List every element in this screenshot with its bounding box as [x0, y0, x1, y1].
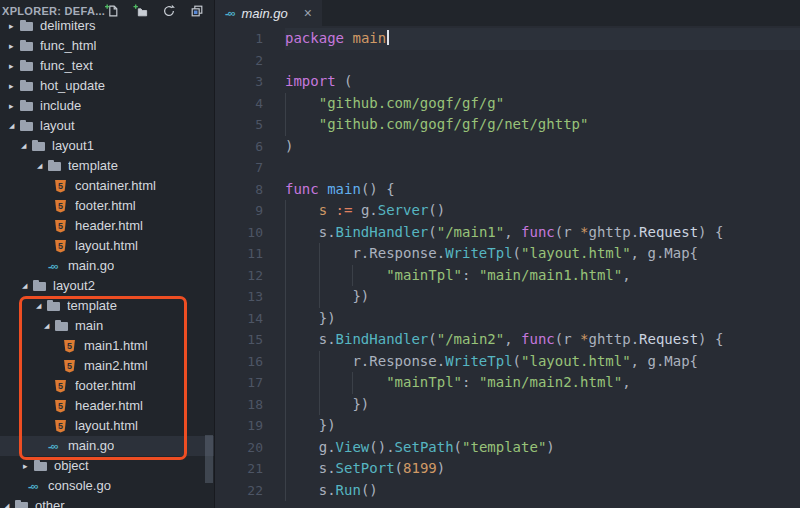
code-line[interactable]: 11 r.Response.WriteTpl("layout.html", g.…	[215, 243, 800, 265]
tree-item-object[interactable]: ▸object	[0, 456, 214, 476]
chevron-collapsed-icon[interactable]: ▸	[9, 96, 20, 116]
tree-item-func_html[interactable]: ▸func_html	[0, 36, 214, 56]
indent-guide	[352, 372, 353, 394]
indent-guide	[285, 93, 286, 115]
tree-item-main-go[interactable]: -∞main.go	[0, 436, 214, 456]
folder-icon	[55, 316, 73, 336]
new-folder-icon[interactable]	[133, 4, 148, 18]
chevron-expanded-icon[interactable]: ◢	[21, 136, 32, 156]
code-line[interactable]: 12 "mainTpl": "main/main1.html",	[215, 265, 800, 287]
code-line[interactable]: 2	[215, 50, 800, 72]
chevron-collapsed-icon[interactable]: ▸	[9, 56, 20, 76]
chevron-expanded-icon[interactable]: ◢	[9, 116, 20, 136]
chevron-expanded-icon[interactable]: ◢	[44, 316, 55, 336]
tree-item-main[interactable]: ◢main	[0, 316, 214, 336]
folder-icon	[34, 456, 52, 476]
code-line[interactable]: 13 })	[215, 286, 800, 308]
tree-item-footer-html[interactable]: 5footer.html	[0, 196, 214, 216]
code-line[interactable]: 17 "mainTpl": "main/main2.html",	[215, 372, 800, 394]
tree-item-footer-html[interactable]: 5footer.html	[0, 376, 214, 396]
tree-item-other[interactable]: ◢other	[0, 496, 214, 508]
tree-item-header-html[interactable]: 5header.html	[0, 396, 214, 416]
close-icon[interactable]: ×	[304, 6, 312, 20]
tree-item-main1-html[interactable]: 5main1.html	[0, 336, 214, 356]
explorer-header: XPLORER: DEFA...	[0, 0, 214, 20]
indent-guide	[352, 265, 353, 287]
tree-item-main2-html[interactable]: 5main2.html	[0, 356, 214, 376]
tree-item-container-html[interactable]: 5container.html	[0, 176, 214, 196]
indent-guide	[285, 265, 286, 287]
code-line[interactable]: 21 s.SetPort(8199)	[215, 458, 800, 480]
chevron-expanded-icon[interactable]: ◢	[4, 496, 15, 508]
code-line[interactable]: 10 s.BindHandler("/main1", func(r *ghttp…	[215, 222, 800, 244]
tree-item-template[interactable]: ◢template	[0, 296, 214, 316]
indent-guide	[285, 351, 286, 373]
code-line[interactable]: 3import (	[215, 71, 800, 93]
code-text: })	[285, 394, 800, 416]
tree-item-include[interactable]: ▸include	[0, 96, 214, 116]
tree-item-header-html[interactable]: 5header.html	[0, 216, 214, 236]
go-icon: -∞	[48, 436, 66, 456]
tree-item-label: footer.html	[75, 376, 136, 396]
new-file-icon[interactable]	[105, 4, 119, 18]
code-text: "mainTpl": "main/main1.html",	[285, 265, 800, 287]
tab-title: main.go	[242, 6, 288, 21]
tree-item-layout[interactable]: ◢layout	[0, 116, 214, 136]
code-line[interactable]: 6)	[215, 136, 800, 158]
tree-item-label: footer.html	[75, 196, 136, 216]
tree-item-layout2[interactable]: ◢layout2	[0, 276, 214, 296]
tree-item-main-go[interactable]: -∞main.go	[0, 256, 214, 276]
html-icon: 5	[64, 360, 75, 373]
tree-item-label: main.go	[68, 436, 114, 456]
refresh-icon[interactable]	[162, 4, 176, 18]
indent-guide	[319, 286, 320, 308]
code-line[interactable]: 18 })	[215, 394, 800, 416]
html-icon: 5	[64, 340, 75, 353]
line-number: 14	[215, 308, 285, 330]
html-icon: 5	[55, 380, 66, 393]
code-line[interactable]: 9 s := g.Server()	[215, 200, 800, 222]
code-text: import (	[285, 71, 800, 93]
tree-item-layout-html[interactable]: 5layout.html	[0, 416, 214, 436]
tree-item-hot_update[interactable]: ▸hot_update	[0, 76, 214, 96]
tree-item-layout-html[interactable]: 5layout.html	[0, 236, 214, 256]
code-line[interactable]: 8func main() {	[215, 179, 800, 201]
indent-guide	[285, 222, 286, 244]
tree-item-label: main.go	[68, 256, 114, 276]
folder-icon	[20, 36, 38, 56]
code-line[interactable]: 15 s.BindHandler("/main2", func(r *ghttp…	[215, 329, 800, 351]
chevron-collapsed-icon[interactable]: ▸	[9, 36, 20, 56]
code-line[interactable]: 19 })	[215, 415, 800, 437]
line-number: 10	[215, 222, 285, 244]
html-icon: 5	[55, 240, 66, 253]
code-line[interactable]: 5 "github.com/gogf/gf/g/net/ghttp"	[215, 114, 800, 136]
code-text: func main() {	[285, 179, 800, 201]
code-line[interactable]: 16 r.Response.WriteTpl("layout.html", g.…	[215, 351, 800, 373]
chevron-expanded-icon[interactable]: ◢	[22, 276, 33, 296]
chevron-collapsed-icon[interactable]: ▸	[23, 456, 34, 476]
folder-icon	[20, 116, 38, 136]
chevron-expanded-icon[interactable]: ◢	[37, 156, 48, 176]
sidebar-scrollbar-thumb[interactable]	[205, 435, 213, 483]
code-line[interactable]: 14 })	[215, 308, 800, 330]
tree-item-func_text[interactable]: ▸func_text	[0, 56, 214, 76]
tab-main-go[interactable]: -∞ main.go ×	[215, 0, 322, 26]
line-number: 19	[215, 415, 285, 437]
code-line[interactable]: 4 "github.com/gogf/gf/g"	[215, 93, 800, 115]
collapse-folders-icon[interactable]	[190, 4, 204, 18]
tree-item-console-go[interactable]: -∞console.go	[0, 476, 214, 496]
code-line[interactable]: 22 s.Run()	[215, 480, 800, 502]
tree-item-label: container.html	[75, 176, 156, 196]
folder-icon	[48, 156, 66, 176]
code-text: s := g.Server()	[285, 200, 800, 222]
chevron-expanded-icon[interactable]: ◢	[36, 296, 47, 316]
tree-item-label: func_html	[40, 36, 96, 56]
explorer-actions	[105, 4, 204, 18]
chevron-collapsed-icon[interactable]: ▸	[9, 76, 20, 96]
tree-item-layout1[interactable]: ◢layout1	[0, 136, 214, 156]
code-line[interactable]: 20 g.View().SetPath("template")	[215, 437, 800, 459]
code-line[interactable]: 1package main	[215, 28, 800, 50]
code-text: })	[285, 308, 800, 330]
code-line[interactable]: 7	[215, 157, 800, 179]
tree-item-template[interactable]: ◢template	[0, 156, 214, 176]
